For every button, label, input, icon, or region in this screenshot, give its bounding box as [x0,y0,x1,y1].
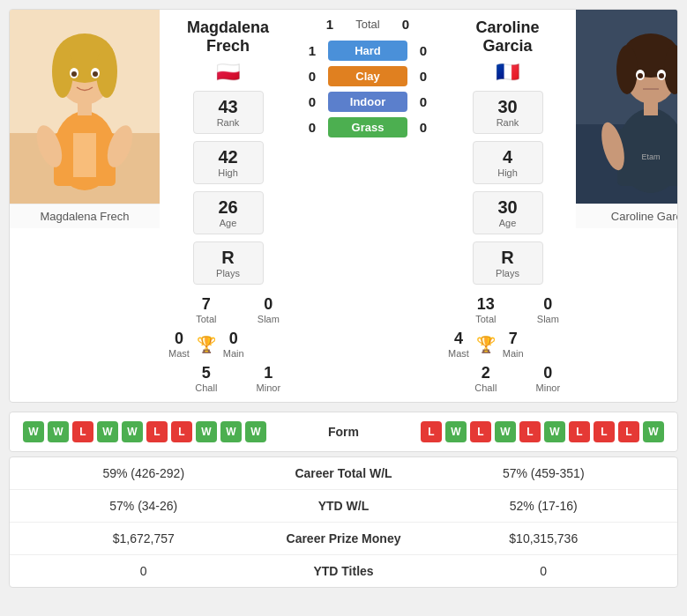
player2-slam-item: 0 Slam [529,295,567,324]
player1-photo [10,10,160,204]
p1-ytd-wl: 57% (34-26) [23,499,265,513]
stats-table: 59% (426-292) Career Total W/L 57% (459-… [9,456,678,588]
player1-rank-box: 43 Rank [193,91,264,134]
p2-prize: $10,315,736 [423,531,665,545]
player2-main-lbl: Main [503,348,524,359]
form-badge-p2: L [594,421,615,442]
player2-name: CarolineGarcia [475,19,539,56]
player1-total-val: 7 [168,295,244,314]
form-badge-p1: W [196,421,217,442]
main-container: Magdalena Frech MagdalenaFrech 🇵🇱 43 Ran… [0,9,687,588]
player1-titles-grid: 7 Total 0 Slam 0 Mast 🏆 0 Main [168,295,287,393]
h2h-hard-row: 1 Hard 0 [303,41,432,61]
ytd-wl-label: YTD W/L [265,499,423,513]
p2-ytd-wl: 52% (17-16) [423,499,665,513]
player2-total-lbl: Total [448,314,524,324]
player1-mast-val: 0 [168,330,190,348]
player2-slam-lbl: Slam [529,314,567,324]
player2-age-lbl: Age [479,218,537,228]
player2-spacer [529,330,567,359]
h2h-total-p1: 1 [321,17,339,32]
player2-mast-item: 4 Mast 🏆 7 Main [448,330,524,359]
player1-chall-lbl: Chall [168,382,244,393]
player2-rank-val: 30 [479,97,537,117]
player1-name-under: Magdalena Frech [10,204,160,228]
p1-prize: $1,672,757 [23,531,265,545]
player1-age-lbl: Age [199,218,258,228]
player2-plays-box: R Plays [473,241,543,285]
player2-plays-lbl: Plays [479,268,537,278]
prize-label: Career Prize Money [265,531,423,545]
player1-total-lbl: Total [168,314,244,324]
trophy-icon-p2: 🏆 [476,335,496,354]
svg-point-14 [93,71,98,77]
player2-flag: 🇫🇷 [496,61,519,84]
player2-high-box: 4 High [473,141,543,184]
player2-stats: CarolineGarcia 🇫🇷 30 Rank 4 High 30 Age … [439,10,576,402]
svg-text:Etam: Etam [641,152,660,161]
player2-total-item: 13 Total [448,295,524,324]
form-badge-p1: W [220,421,242,442]
player-comparison: Magdalena Frech MagdalenaFrech 🇵🇱 43 Ran… [9,9,678,403]
player2-chall-val: 2 [448,364,524,382]
player1-main-val: 0 [223,330,244,348]
h2h-indoor-row: 0 Indoor 0 [303,92,432,112]
prize-row: $1,672,757 Career Prize Money $10,315,73… [10,523,677,555]
form-badge-p1: W [245,421,266,442]
player1-stats: MagdalenaFrech 🇵🇱 43 Rank 42 High 26 Age… [160,10,296,402]
career-wl-label: Career Total W/L [265,466,423,480]
player1-svg [10,10,160,204]
form-badge-p2: W [495,421,516,442]
player2-minor-val: 0 [529,364,567,382]
form-badge-p2: L [421,421,442,442]
form-label: Form [309,425,379,439]
svg-point-29 [638,73,643,78]
player1-plays-box: R Plays [193,241,264,285]
ytd-titles-label: YTD Titles [265,564,423,578]
h2h-clay-btn: Clay [328,66,407,86]
player1-slam-lbl: Slam [250,314,287,324]
h2h-grass-p2: 0 [414,120,432,135]
player1-chall-val: 5 [168,364,244,382]
player1-minor-val: 1 [250,364,287,382]
player2-minor-lbl: Minor [529,382,567,393]
player1-slam-item: 0 Slam [250,295,287,324]
form-badge-p1: W [122,421,143,442]
p2-career-wl: 57% (459-351) [423,466,665,480]
h2h-indoor-btn: Indoor [328,92,407,112]
player2-form-badges: LWLWLWLLLW [379,421,665,442]
player2-main-val: 7 [503,330,524,348]
form-badge-p2: L [470,421,491,442]
player2-plays-val: R [479,248,537,268]
player2-chall-lbl: Chall [448,382,524,393]
form-badge-p1: W [48,421,69,442]
h2h-total-label: Total [346,18,390,31]
p2-ytd-titles: 0 [423,564,665,578]
form-section: WWLWWLLWWW Form LWLWLWLLLW [9,412,678,452]
player1-name: MagdalenaFrech [187,19,269,56]
form-badge-p1: L [171,421,192,442]
player2-photo: Etam [576,10,678,204]
h2h-total-p2: 0 [397,17,414,32]
player1-rank-val: 43 [199,97,258,117]
form-badge-p1: L [146,421,168,442]
player1-plays-val: R [199,248,258,268]
player2-photo-wrapper: Etam [576,10,678,402]
player2-chall-item: 2 Chall [448,364,524,393]
player1-photo-wrapper: Magdalena Frech [10,10,160,402]
player2-minor-item: 0 Minor [529,364,567,393]
form-badge-p2: W [445,421,467,442]
player1-spacer [250,330,287,359]
player1-slam-val: 0 [250,295,287,314]
player2-high-lbl: High [479,167,537,178]
form-badge-p1: W [23,421,44,442]
player1-minor-lbl: Minor [250,382,287,393]
h2h-middle: 1 Total 0 1 Hard 0 0 Clay 0 [296,10,439,402]
player1-age-box: 26 Age [193,191,264,234]
form-badge-p2: W [544,421,565,442]
player1-high-box: 42 High [193,141,264,184]
h2h-clay-p2: 0 [414,69,432,84]
form-badge-p2: L [569,421,590,442]
h2h-grass-row: 0 Grass 0 [303,117,432,137]
h2h-hard-p2: 0 [414,43,432,58]
